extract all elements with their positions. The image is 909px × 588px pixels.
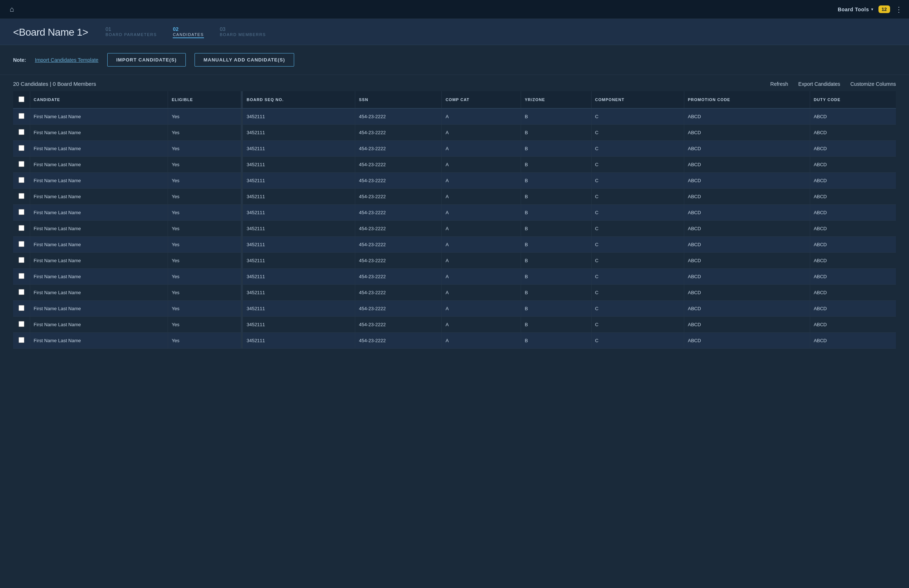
row-checkbox-cell[interactable] — [13, 125, 30, 141]
row-checkbox[interactable] — [19, 273, 24, 279]
step3-num: 03 — [220, 26, 226, 32]
row-duty-code: ABCD — [810, 157, 896, 173]
row-promotion-code: ABCD — [684, 237, 810, 253]
row-yr-zone: B — [521, 317, 591, 333]
table-row[interactable]: First Name Last Name Yes 3452111 454-23-… — [13, 173, 896, 189]
row-checkbox-cell[interactable] — [13, 157, 30, 173]
table-row[interactable]: First Name Last Name Yes 3452111 454-23-… — [13, 157, 896, 173]
row-candidate-name: First Name Last Name — [30, 141, 168, 157]
row-checkbox[interactable] — [19, 145, 24, 151]
row-checkbox-cell[interactable] — [13, 173, 30, 189]
row-checkbox-cell[interactable] — [13, 285, 30, 301]
row-promotion-code: ABCD — [684, 173, 810, 189]
row-candidate-name: First Name Last Name — [30, 189, 168, 205]
row-checkbox[interactable] — [19, 161, 24, 167]
table-row[interactable]: First Name Last Name Yes 3452111 454-23-… — [13, 301, 896, 317]
row-board-seq: 3452111 — [243, 125, 355, 141]
table-area: 20 Candidates | 0 Board Members Refresh … — [0, 75, 909, 362]
row-checkbox-cell[interactable] — [13, 269, 30, 285]
col-header-ssn: SSN — [355, 91, 442, 108]
row-promotion-code: ABCD — [684, 141, 810, 157]
select-all-header[interactable] — [13, 91, 30, 108]
step-candidates[interactable]: 02 CANDIDATES — [173, 26, 203, 38]
row-candidate-name: First Name Last Name — [30, 221, 168, 237]
table-row[interactable]: First Name Last Name Yes 3452111 454-23-… — [13, 125, 896, 141]
table-row[interactable]: First Name Last Name Yes 3452111 454-23-… — [13, 237, 896, 253]
row-board-seq: 3452111 — [243, 108, 355, 125]
export-candidates-button[interactable]: Export Candidates — [798, 81, 840, 87]
row-comp-cat: A — [442, 157, 521, 173]
select-all-checkbox[interactable] — [19, 96, 24, 102]
row-checkbox[interactable] — [19, 241, 24, 247]
row-candidate-name: First Name Last Name — [30, 157, 168, 173]
row-yr-zone: B — [521, 221, 591, 237]
manually-add-candidates-button[interactable]: MANUALLY ADD CANDIDATE(S) — [195, 53, 294, 66]
table-row[interactable]: First Name Last Name Yes 3452111 454-23-… — [13, 333, 896, 349]
row-checkbox-cell[interactable] — [13, 253, 30, 269]
row-candidate-name: First Name Last Name — [30, 253, 168, 269]
row-checkbox-cell[interactable] — [13, 333, 30, 349]
row-board-seq: 3452111 — [243, 157, 355, 173]
row-component: C — [591, 173, 684, 189]
table-row[interactable]: First Name Last Name Yes 3452111 454-23-… — [13, 269, 896, 285]
row-ssn: 454-23-2222 — [355, 108, 442, 125]
row-checkbox[interactable] — [19, 113, 24, 119]
row-checkbox[interactable] — [19, 289, 24, 295]
row-checkbox[interactable] — [19, 225, 24, 231]
import-template-link[interactable]: Import Candidates Template — [35, 57, 98, 63]
table-row[interactable]: First Name Last Name Yes 3452111 454-23-… — [13, 285, 896, 301]
row-comp-cat: A — [442, 173, 521, 189]
row-comp-cat: A — [442, 189, 521, 205]
row-checkbox[interactable] — [19, 305, 24, 311]
row-ssn: 454-23-2222 — [355, 253, 442, 269]
table-row[interactable]: First Name Last Name Yes 3452111 454-23-… — [13, 108, 896, 125]
col-header-promotion-code: PROMOTION CODE — [684, 91, 810, 108]
row-duty-code: ABCD — [810, 301, 896, 317]
row-checkbox[interactable] — [19, 209, 24, 215]
row-checkbox-cell[interactable] — [13, 221, 30, 237]
row-checkbox-cell[interactable] — [13, 108, 30, 125]
table-row[interactable]: First Name Last Name Yes 3452111 454-23-… — [13, 141, 896, 157]
row-board-seq: 3452111 — [243, 253, 355, 269]
step-board-members[interactable]: 03 BOARD MEMBERRS — [220, 26, 266, 37]
step2-num: 02 — [173, 26, 179, 32]
table-row[interactable]: First Name Last Name Yes 3452111 454-23-… — [13, 205, 896, 221]
col-header-board-seq: BOARD SEQ NO. — [243, 91, 355, 108]
row-checkbox-cell[interactable] — [13, 317, 30, 333]
more-options-icon[interactable]: ⋮ — [895, 5, 903, 14]
board-tools-label: Board Tools — [838, 6, 869, 12]
row-yr-zone: B — [521, 108, 591, 125]
board-tools-button[interactable]: Board Tools ▾ — [838, 6, 873, 12]
import-candidates-button[interactable]: IMPORT CANDIDATE(S) — [107, 53, 186, 66]
row-checkbox[interactable] — [19, 129, 24, 135]
row-checkbox-cell[interactable] — [13, 237, 30, 253]
page-header: <Board Name 1> 01 BOARD PARAMETERS 02 CA… — [0, 19, 909, 45]
row-board-seq: 3452111 — [243, 189, 355, 205]
row-duty-code: ABCD — [810, 189, 896, 205]
row-eligible: Yes — [168, 237, 241, 253]
table-row[interactable]: First Name Last Name Yes 3452111 454-23-… — [13, 221, 896, 237]
row-checkbox[interactable] — [19, 193, 24, 199]
table-row[interactable]: First Name Last Name Yes 3452111 454-23-… — [13, 253, 896, 269]
row-eligible: Yes — [168, 301, 241, 317]
row-checkbox[interactable] — [19, 321, 24, 327]
row-checkbox-cell[interactable] — [13, 301, 30, 317]
row-checkbox[interactable] — [19, 257, 24, 263]
row-candidate-name: First Name Last Name — [30, 173, 168, 189]
home-icon[interactable]: ⌂ — [6, 4, 18, 15]
refresh-button[interactable]: Refresh — [770, 81, 788, 87]
table-row[interactable]: First Name Last Name Yes 3452111 454-23-… — [13, 317, 896, 333]
row-duty-code: ABCD — [810, 317, 896, 333]
row-checkbox-cell[interactable] — [13, 205, 30, 221]
step-board-parameters[interactable]: 01 BOARD PARAMETERS — [105, 26, 157, 37]
row-promotion-code: ABCD — [684, 301, 810, 317]
row-checkbox[interactable] — [19, 337, 24, 343]
row-checkbox[interactable] — [19, 177, 24, 183]
row-promotion-code: ABCD — [684, 108, 810, 125]
customize-columns-button[interactable]: Customize Columns — [851, 81, 896, 87]
table-row[interactable]: First Name Last Name Yes 3452111 454-23-… — [13, 189, 896, 205]
row-checkbox-cell[interactable] — [13, 189, 30, 205]
notification-badge[interactable]: 12 — [878, 5, 890, 13]
row-checkbox-cell[interactable] — [13, 141, 30, 157]
step1-label: BOARD PARAMETERS — [105, 32, 157, 37]
